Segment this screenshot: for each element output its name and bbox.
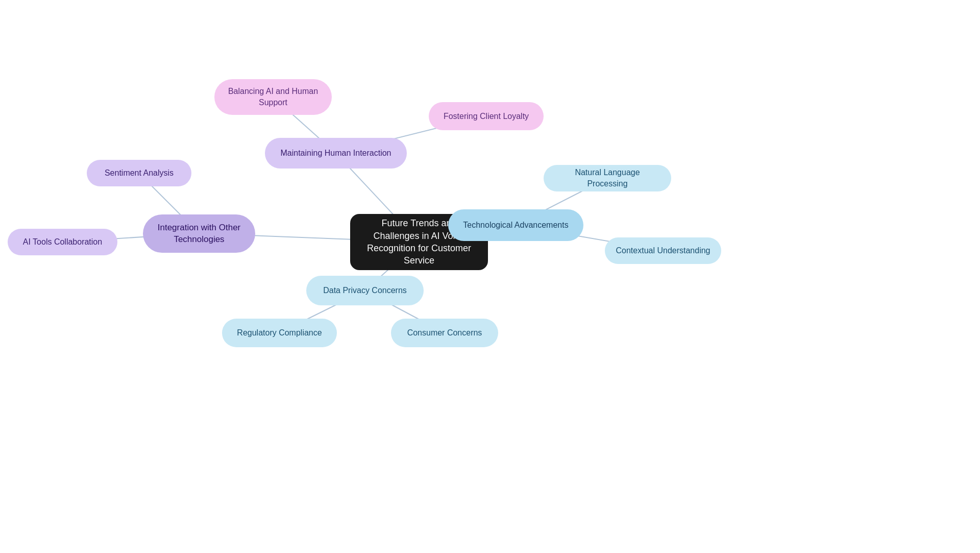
balancing-ai-node: Balancing AI and Human Support	[214, 79, 332, 115]
nlp-node: Natural Language Processing	[544, 165, 671, 191]
fostering-loyalty-node: Fostering Client Loyalty	[429, 102, 544, 130]
maintaining-human-node: Maintaining Human Interaction	[265, 138, 407, 169]
sentiment-analysis-node: Sentiment Analysis	[87, 160, 191, 186]
regulatory-compliance-node: Regulatory Compliance	[222, 319, 337, 347]
data-privacy-node: Data Privacy Concerns	[306, 276, 424, 305]
technological-advancements-node: Technological Advancements	[448, 209, 583, 241]
contextual-understanding-node: Contextual Understanding	[605, 237, 721, 264]
integration-node: Integration with Other Technologies	[143, 214, 255, 253]
consumer-concerns-node: Consumer Concerns	[391, 319, 498, 347]
ai-tools-node: AI Tools Collaboration	[8, 229, 117, 255]
